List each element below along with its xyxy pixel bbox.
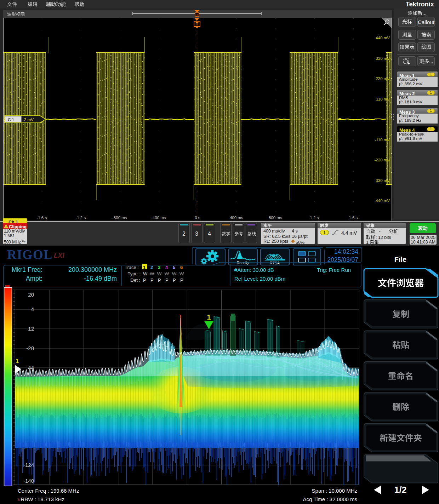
- svg-text:440 mV: 440 mV: [376, 36, 390, 40]
- svg-text:1: 1: [207, 313, 211, 321]
- svg-text:#RBW : 18.713 kHz: #RBW : 18.713 kHz: [18, 496, 64, 502]
- svg-text:-330 mV: -330 mV: [375, 178, 390, 183]
- svg-text:800 ms: 800 ms: [269, 216, 282, 220]
- svg-text:-1.6 s: -1.6 s: [36, 216, 47, 220]
- svg-text:T: T: [196, 13, 198, 17]
- svg-text:T: T: [196, 22, 199, 27]
- svg-text:110 mV: 110 mV: [376, 97, 390, 101]
- svg-text:-140: -140: [23, 478, 34, 484]
- svg-text:1.2 s: 1.2 s: [310, 216, 319, 220]
- svg-text:400 ms: 400 ms: [230, 216, 243, 220]
- svg-text:!: !: [6, 225, 7, 228]
- svg-text:220 mV: 220 mV: [376, 76, 390, 81]
- svg-text:Acq Time : 32.0000 ms: Acq Time : 32.0000 ms: [303, 496, 357, 502]
- svg-text:-400 ms: -400 ms: [151, 216, 166, 220]
- svg-text:-44: -44: [26, 365, 34, 371]
- svg-text:1.6 s: 1.6 s: [349, 216, 358, 220]
- svg-text:4: 4: [31, 306, 34, 312]
- svg-text:330 mV: 330 mV: [376, 56, 390, 61]
- svg-text:1: 1: [16, 358, 19, 365]
- svg-text:1/2: 1/2: [394, 485, 407, 495]
- svg-text:-440 mV: -440 mV: [375, 199, 390, 203]
- svg-text:-12: -12: [26, 326, 34, 332]
- svg-text:File: File: [394, 256, 406, 263]
- svg-text:Center Freq : 199.66 MHz: Center Freq : 199.66 MHz: [18, 488, 79, 494]
- svg-text:-110 mV: -110 mV: [375, 138, 390, 142]
- svg-text:0 s: 0 s: [195, 216, 200, 220]
- svg-text:-124: -124: [23, 462, 34, 468]
- svg-text:-28: -28: [26, 345, 34, 351]
- svg-text:-220 mV: -220 mV: [375, 158, 390, 162]
- svg-text:-1.2 s: -1.2 s: [75, 216, 86, 220]
- svg-text:2 mV: 2 mV: [24, 118, 34, 122]
- svg-text:Span : 10.000 MHz: Span : 10.000 MHz: [312, 488, 357, 494]
- svg-text:C 1: C 1: [8, 118, 14, 122]
- svg-text:-800 ms: -800 ms: [112, 216, 127, 220]
- svg-text:20: 20: [28, 292, 34, 298]
